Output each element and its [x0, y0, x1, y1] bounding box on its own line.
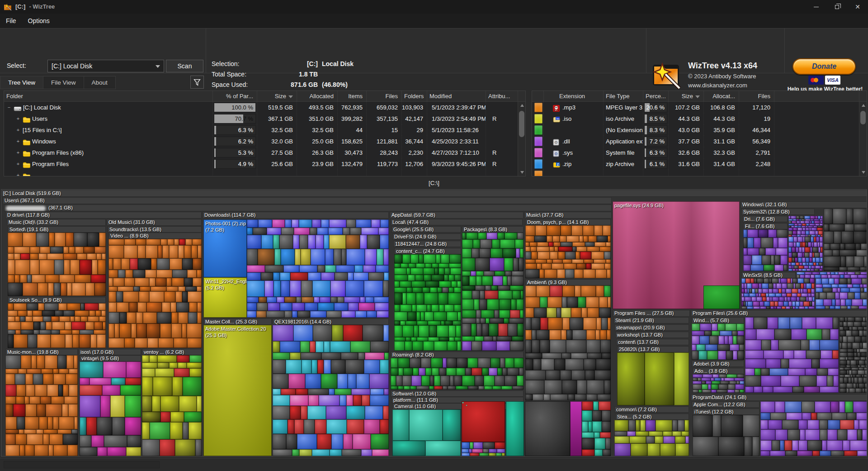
treemap-label[interactable]: Dri... (7.6 GB): [742, 216, 788, 222]
treemap-mosaic[interactable]: [247, 219, 389, 318]
menu-item-options[interactable]: Options: [22, 14, 56, 28]
treemap-mosaic[interactable]: [392, 409, 461, 456]
scroll-up-arrow[interactable]: [518, 102, 526, 109]
maximize-button[interactable]: [826, 0, 847, 14]
folder-row[interactable]: +Windows6.2 %32.0 GB25.0 GB158,625121,88…: [4, 136, 525, 147]
treemap-label[interactable]: Old Music\ (31.0 GB): [107, 219, 202, 226]
treemap-mosaic[interactable]: [760, 401, 867, 456]
treemap-label[interactable]: (367.1 GB): [4, 205, 612, 211]
treemap-label[interactable]: Stea... (5.2 GB): [615, 414, 689, 420]
scroll-down-arrow[interactable]: [518, 169, 526, 176]
treemap-mosaic[interactable]: [142, 355, 202, 456]
treemap-label[interactable]: Program Files ... (27.5 GB): [613, 310, 690, 317]
treemap-mosaic[interactable]: [525, 340, 611, 400]
folder-row[interactable]: +Users70.7 %367.1 GB351.0 GB399,282357,1…: [4, 113, 525, 124]
treemap-mosaic[interactable]: [745, 317, 839, 393]
treemap-mosaic[interactable]: [8, 233, 106, 296]
treemap-mosaic[interactable]: [462, 442, 505, 456]
treemap-label[interactable]: Ambient\ (9.3 GB): [525, 279, 611, 285]
treemap-label[interactable]: Program Files\ (25.6 GB): [691, 310, 867, 317]
extension-row[interactable]: [532, 170, 867, 176]
treemap-label[interactable]: isos\ (17.0 GB): [79, 349, 141, 355]
treemap-label[interactable]: common\ (7.2 GB): [614, 406, 689, 413]
column-header[interactable]: Size: [669, 91, 704, 101]
treemap-label[interactable]: AppData\ (59.7 GB): [390, 212, 524, 219]
treemap-mosaic[interactable]: [824, 209, 867, 271]
column-header[interactable]: Folder: [4, 91, 213, 101]
treemap-mosaic[interactable]: [617, 352, 689, 405]
column-header[interactable]: Files: [367, 91, 402, 101]
tree-expander[interactable]: +: [16, 136, 20, 147]
tab-tree-view[interactable]: Tree View: [0, 76, 43, 89]
menu-item-file[interactable]: File: [0, 14, 22, 28]
treemap-label[interactable]: Soundtracks\ (13.5 GB): [108, 226, 202, 233]
column-header[interactable]: Attribu...: [486, 91, 518, 101]
tree-expander[interactable]: +: [16, 158, 20, 170]
treemap-mosaic[interactable]: [462, 233, 524, 351]
treemap-label[interactable]: Downloads\ (114.7 GB): [203, 212, 389, 219]
treemap-label[interactable]: 118412447... (24.8 GB): [393, 241, 461, 247]
treemap-label[interactable]: iTunes\ (12.2 GB): [693, 409, 760, 415]
treemap-block[interactable]: Adobe.Master.Collection.20(25.3 GB): [203, 325, 272, 456]
treemap-label[interactable]: Roaming\ (8.2 GB): [391, 352, 524, 358]
treemap-mosaic[interactable]: [394, 254, 461, 351]
treemap-label[interactable]: Users\ (367.1 GB): [3, 197, 612, 204]
treemap-mosaic[interactable]: [273, 325, 389, 456]
treemap-label[interactable]: System32\ (12.8 GB): [741, 209, 815, 215]
extension-row[interactable]: ⚙.sysSystem file6.3 %32.6 GB32.3 GB2,791: [532, 147, 867, 158]
treemap-label[interactable]: DriveFS\ (24.9 GB): [392, 233, 461, 240]
treemap-label[interactable]: Music (Old)\ (33.2 GB): [7, 219, 106, 226]
treemap-label[interactable]: Soulseek So... (9.9 GB): [8, 297, 106, 303]
column-header[interactable]: Allocated: [297, 91, 338, 101]
vertical-scrollbar[interactable]: [518, 102, 525, 176]
treemap-block[interactable]: [570, 401, 582, 456]
treemap-mosaic[interactable]: [525, 285, 611, 340]
scrollbar-thumb[interactable]: [519, 111, 524, 137]
minimize-button[interactable]: [806, 0, 826, 14]
website-link[interactable]: www.diskanalyzer.com: [688, 82, 757, 89]
treemap-label[interactable]: ventoy ... (6.2 GB): [142, 349, 202, 355]
treemap-label[interactable]: Doom, psych, p... (14.1 GB): [525, 219, 611, 225]
treemap-label[interactable]: [C:] Local Disk (519.6 GB): [1, 190, 867, 197]
donate-button[interactable]: Donate: [793, 58, 856, 75]
treemap-block[interactable]: [462, 401, 505, 442]
scan-button[interactable]: Scan: [166, 60, 203, 72]
treemap-mosaic[interactable]: [693, 415, 760, 456]
treemap-label[interactable]: content_c... (24.7 GB): [394, 248, 461, 254]
treemap-mosaic[interactable]: [797, 272, 867, 278]
tab-about[interactable]: About: [84, 76, 116, 89]
column-header[interactable]: Modified: [427, 91, 486, 101]
scroll-up-arrow[interactable]: [859, 102, 867, 109]
column-header[interactable]: Perce...: [643, 91, 669, 101]
treemap-label[interactable]: 250820\ (13.7 GB): [617, 346, 689, 352]
extension-row[interactable]: MPL.mp3MPEG layer 320.6 %107.2 GB106.8 G…: [532, 102, 867, 113]
column-header[interactable]: Extension: [544, 91, 604, 101]
extension-row[interactable]: (No Extension)8.3 %43.0 GB35.9 GB46,344: [532, 124, 867, 136]
treemap-mosaic[interactable]: [391, 358, 524, 390]
treemap-label[interactable]: Fil... (7.6 GB): [743, 223, 788, 229]
column-header[interactable]: [532, 91, 544, 101]
tree-expander[interactable]: +: [16, 170, 20, 176]
column-header[interactable]: [774, 91, 859, 101]
treemap-label[interactable]: Sorted\ (19.1 GB): [8, 226, 106, 233]
close-button[interactable]: ✕: [847, 0, 868, 14]
treemap-label[interactable]: steamapps\ (20.9 GB): [614, 324, 689, 331]
treemap-label[interactable]: Music-mon... (19.8 GB): [5, 349, 78, 355]
treemap-mosaic[interactable]: [693, 374, 744, 393]
treemap-label[interactable]: Steam\ (21.9 GB): [613, 317, 689, 324]
column-header[interactable]: % of Par...: [213, 91, 257, 101]
folder-row[interactable]: +[15 Files in C:\]6.3 %32.5 GB32.5 GB441…: [4, 124, 525, 136]
folder-row[interactable]: −[C:] Local Disk100.0 %519.5 GB493.5 GB7…: [4, 102, 525, 113]
treemap-label[interactable]: Wind... (5.7 GB): [692, 317, 744, 324]
treemap-mosaic[interactable]: [816, 278, 867, 309]
treemap-mosaic[interactable]: [5, 355, 78, 456]
extension-row[interactable]: iso.isoiso Archive8.5 %44.3 GB44.3 GB19: [532, 113, 867, 124]
treemap-label[interactable]: Music\ (37.7 GB): [524, 212, 612, 219]
treemap-label[interactable]: Windows\ (32.1 GB): [741, 201, 867, 208]
column-header[interactable]: Folders: [402, 91, 427, 101]
treemap-label[interactable]: Packages\ (8.3 GB): [462, 226, 524, 233]
tree-expander[interactable]: +: [16, 147, 20, 158]
treemap-block[interactable]: Win11_22H2_Englis(5.2 GB): [203, 277, 247, 318]
treemap-mosaic[interactable]: [614, 420, 689, 456]
column-header[interactable]: Files: [739, 91, 774, 101]
